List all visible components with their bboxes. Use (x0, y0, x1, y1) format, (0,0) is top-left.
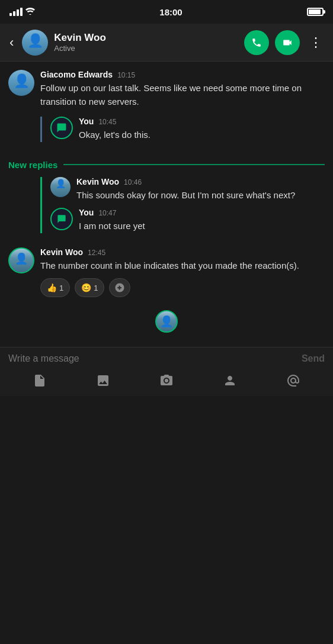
kevin-thread-content: Kevin Woo 10:46 This sounds okay for now… (76, 177, 325, 202)
message-input[interactable] (8, 353, 296, 364)
document-icon[interactable] (33, 373, 47, 388)
message-author: You (79, 117, 94, 126)
you-reply-content: You 10:45 Okay, let's do this. (79, 117, 325, 142)
message-time: 10:45 (98, 118, 116, 126)
kevin-thread-row: Kevin Woo 10:46 This sounds okay for now… (50, 177, 325, 202)
message-time: 10:47 (98, 209, 116, 217)
header-actions: ⋮ (244, 30, 326, 55)
header-avatar (22, 30, 48, 56)
message-text: Okay, let's do this. (79, 128, 325, 142)
more-button[interactable]: ⋮ (306, 33, 326, 53)
messages-container: Giacomo Edwards 10:15 Follow up on our l… (0, 62, 333, 347)
image-icon[interactable] (96, 373, 110, 388)
kevin-thread-avatar (50, 177, 71, 197)
call-button[interactable] (244, 30, 269, 55)
send-button[interactable]: Send (296, 353, 325, 364)
wifi-icon (25, 8, 35, 17)
reaction-count: 1 (59, 284, 63, 292)
video-button[interactable] (275, 30, 300, 55)
reaction-thumbs-up[interactable]: 👍 1 (40, 278, 70, 297)
thread-line: You 10:45 Okay, let's do this. (40, 117, 325, 142)
thread-new-replies: Kevin Woo 10:46 This sounds okay for now… (40, 177, 325, 238)
avatar (8, 70, 34, 96)
contact-icon[interactable] (223, 373, 237, 388)
reaction-count: 1 (94, 284, 98, 292)
new-replies-separator: New replies (8, 160, 325, 170)
camera-icon[interactable] (159, 373, 174, 388)
message-group: Giacomo Edwards 10:15 Follow up on our l… (8, 70, 325, 108)
message-meta: Kevin Woo 12:45 (40, 247, 325, 257)
message-meta: Giacomo Edwards 10:15 (40, 70, 325, 79)
you-thread-row: You 10:47 I am not sure yet (50, 208, 325, 233)
signal-icon (9, 8, 23, 16)
you-thread-content: You 10:47 I am not sure yet (79, 208, 325, 233)
kevin-ring-avatar (8, 247, 34, 273)
status-left (9, 8, 35, 17)
message-meta: You 10:45 (79, 117, 325, 126)
reaction-emoji: 😊 (81, 283, 91, 292)
new-replies-line (63, 164, 325, 165)
kevin-bottom-group: Kevin Woo 12:45 The number count in blue… (8, 247, 325, 298)
kevin-bottom-content: Kevin Woo 12:45 The number count in blue… (40, 247, 325, 298)
status-right (307, 8, 324, 16)
you-thread-avatar (50, 208, 73, 230)
message-author: Kevin Woo (40, 247, 83, 257)
contact-status: Active (54, 44, 244, 53)
message-author: Giacomo Edwards (40, 70, 113, 79)
reaction-emoji: 👍 (47, 283, 57, 292)
back-button[interactable]: ‹ (7, 33, 16, 53)
you-reply-row: You 10:45 Okay, let's do this. (50, 117, 325, 142)
you-avatar (50, 117, 73, 139)
message-time: 10:15 (117, 71, 135, 79)
bottom-avatar-row (8, 310, 325, 333)
message-author: You (79, 208, 94, 217)
reactions-row: 👍 1 😊 1 (40, 278, 325, 297)
mention-icon[interactable] (286, 373, 300, 388)
chat-header: ‹ Kevin Woo Active ⋮ (0, 24, 333, 62)
message-content: Giacomo Edwards 10:15 Follow up on our l… (40, 70, 325, 108)
message-text: Follow up on our last talk. Seems like w… (40, 82, 325, 108)
header-info: Kevin Woo Active (54, 32, 244, 53)
green-thread-line: Kevin Woo 10:46 This sounds okay for now… (40, 177, 325, 233)
kevin-bottom-avatar[interactable] (155, 310, 178, 333)
toolbar-icons (8, 371, 325, 390)
reaction-smile[interactable]: 😊 1 (75, 278, 104, 297)
new-replies-label: New replies (8, 160, 57, 170)
message-text: The number count in blue indicates that … (40, 259, 325, 273)
status-bar: 18:00 (0, 0, 333, 24)
message-time: 10:46 (124, 178, 142, 186)
battery-icon (307, 8, 324, 16)
message-meta: Kevin Woo 10:46 (76, 177, 325, 186)
message-text: This sounds okay for now. But I'm not su… (76, 189, 325, 202)
message-meta: You 10:47 (79, 208, 325, 217)
thread-container: You 10:45 Okay, let's do this. (40, 117, 325, 147)
message-text: I am not sure yet (79, 220, 325, 233)
add-reaction-button[interactable] (109, 278, 130, 297)
message-input-row: Send (8, 353, 325, 364)
contact-name: Kevin Woo (54, 32, 244, 44)
message-author: Kevin Woo (76, 177, 119, 186)
input-area: Send (0, 347, 333, 396)
clock: 18:00 (159, 7, 182, 17)
message-time: 12:45 (88, 249, 105, 257)
